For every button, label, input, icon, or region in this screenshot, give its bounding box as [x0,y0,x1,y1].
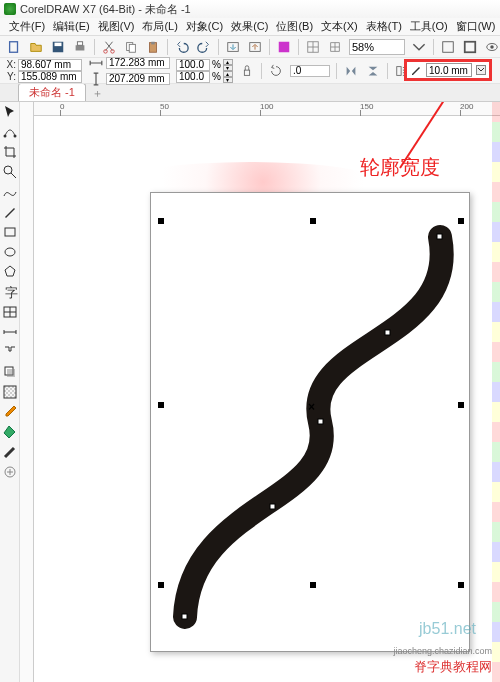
menu-window[interactable]: 窗口(W) [453,19,499,34]
save-icon[interactable] [50,39,66,55]
rectangle-tool-icon[interactable] [2,224,18,240]
menu-view[interactable]: 视图(V) [95,19,138,34]
redo-icon[interactable] [196,39,212,55]
drop-shadow-icon[interactable] [2,364,18,380]
svg-rect-15 [443,41,454,52]
lock-ratio-icon[interactable] [239,63,255,79]
separator [261,63,262,79]
selection-handle[interactable] [458,582,464,588]
height-input[interactable] [106,73,170,85]
selection-handle[interactable] [310,582,316,588]
grid-icon[interactable] [327,39,343,55]
outline-width-input[interactable] [426,63,472,77]
watermark: 脊字典教程网 [414,658,492,676]
svg-rect-29 [7,369,15,377]
selection-handle[interactable] [458,218,464,224]
menu-bar[interactable]: 文件(F) 编辑(E) 视图(V) 布局(L) 对象(C) 效果(C) 位图(B… [0,18,500,36]
fullscreen-icon[interactable] [440,39,456,55]
polygon-tool-icon[interactable] [2,264,18,280]
svg-rect-20 [397,66,401,75]
publish-icon[interactable] [276,39,292,55]
menu-file[interactable]: 文件(F) [6,19,48,34]
rotation-input[interactable] [290,65,330,77]
selection-handle[interactable] [458,402,464,408]
selection-handle[interactable] [310,218,316,224]
menu-effects[interactable]: 效果(C) [228,19,271,34]
zoom-level-input[interactable] [349,39,405,55]
artistic-media-icon[interactable] [2,204,18,220]
width-input[interactable] [106,57,170,69]
position-block: X: Y: [6,59,82,83]
transparency-tool-icon[interactable] [2,384,18,400]
selected-curve[interactable] [160,222,460,642]
menu-table[interactable]: 表格(T) [363,19,405,34]
scale-y-input[interactable] [176,71,210,83]
svg-rect-38 [437,234,442,239]
mirror-h-icon[interactable] [343,63,359,79]
selection-handle[interactable] [158,402,164,408]
selection-center-icon[interactable]: × [308,400,315,414]
undo-icon[interactable] [174,39,190,55]
menu-text[interactable]: 文本(X) [318,19,361,34]
watermark: jb51.net [419,620,476,638]
canvas-area[interactable]: 0 50 100 150 200 × 轮廓宽度 [20,102,500,682]
outline-tool-icon[interactable] [2,444,18,460]
scale-x-spinner[interactable]: ▴▾ [223,59,233,71]
export-icon[interactable] [247,39,263,55]
separator [269,39,270,55]
ruler-tick: 50 [160,102,169,111]
separator [167,39,168,55]
rotate-icon[interactable] [268,63,284,79]
pick-tool-icon[interactable] [2,104,18,120]
y-position-input[interactable] [18,71,82,83]
outline-width-control[interactable] [404,59,492,81]
zoom-tool-icon[interactable] [2,164,18,180]
ellipse-tool-icon[interactable] [2,244,18,260]
zoom-dropdown-icon[interactable] [411,39,427,55]
selection-handle[interactable] [158,218,164,224]
menu-layout[interactable]: 布局(L) [139,19,180,34]
watermark: jiaocheng.chazidian.com [393,646,492,656]
print-icon[interactable] [72,39,88,55]
preview-icon[interactable] [484,39,500,55]
freehand-tool-icon[interactable] [2,184,18,200]
snap-icon[interactable] [305,39,321,55]
scale-x-input[interactable] [176,59,210,71]
svg-rect-10 [151,41,155,44]
connector-tool-icon[interactable] [2,344,18,360]
import-icon[interactable] [225,39,241,55]
menu-tools[interactable]: 工具(O) [407,19,451,34]
expand-icon[interactable] [2,464,18,480]
color-palette-strip[interactable] [492,102,500,682]
dimension-tool-icon[interactable] [2,324,18,340]
eyedropper-tool-icon[interactable] [2,404,18,420]
selection-handle[interactable] [158,582,164,588]
ruler-tick: 100 [260,102,273,111]
svg-rect-36 [318,419,323,424]
separator [94,39,95,55]
menu-edit[interactable]: 编辑(E) [50,19,93,34]
paste-icon[interactable] [145,39,161,55]
copy-icon[interactable] [123,39,139,55]
border-icon[interactable] [462,39,478,55]
crop-tool-icon[interactable] [2,144,18,160]
fill-tool-icon[interactable] [2,424,18,440]
new-tab-icon[interactable]: ＋ [92,86,103,101]
shape-tool-icon[interactable] [2,124,18,140]
scale-y-spinner[interactable]: ▴▾ [223,71,233,83]
menu-bitmap[interactable]: 位图(B) [273,19,316,34]
document-tabs: 未命名 -1 ＋ [0,84,500,102]
document-tab[interactable]: 未命名 -1 [18,83,86,101]
property-bar: X: Y: %▴▾ %▴▾ [0,58,500,84]
svg-text:字: 字 [5,285,18,300]
new-icon[interactable] [6,39,22,55]
mirror-v-icon[interactable] [365,63,381,79]
table-tool-icon[interactable] [2,304,18,320]
menu-object[interactable]: 对象(C) [183,19,226,34]
text-tool-icon[interactable]: 字 [2,284,18,300]
cut-icon[interactable] [101,39,117,55]
x-position-input[interactable] [18,59,82,71]
outline-dropdown-icon[interactable] [476,65,486,75]
x-label: X: [6,59,16,70]
open-icon[interactable] [28,39,44,55]
